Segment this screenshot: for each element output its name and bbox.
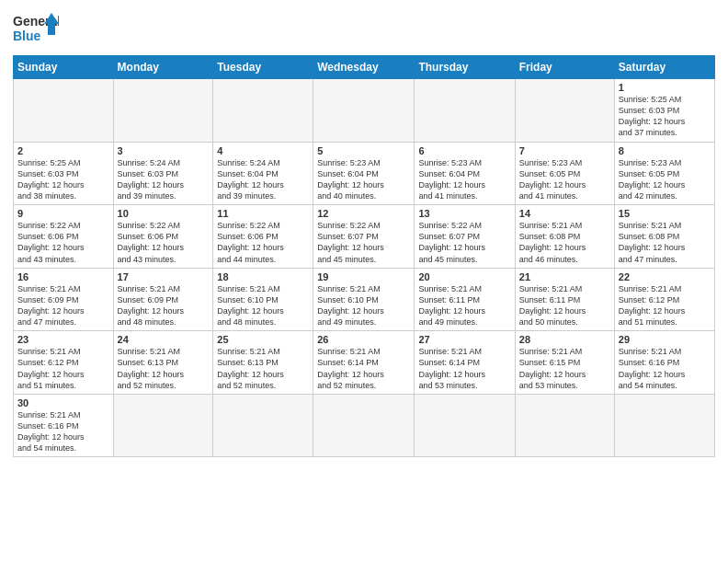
day-number: 25 bbox=[217, 334, 309, 345]
svg-text:Blue: Blue bbox=[13, 29, 41, 43]
weekday-header-sunday: Sunday bbox=[14, 56, 114, 79]
weekday-header-wednesday: Wednesday bbox=[313, 56, 415, 79]
day-info: Sunrise: 5:21 AM Sunset: 6:12 PM Dayligh… bbox=[619, 283, 711, 328]
day-info: Sunrise: 5:21 AM Sunset: 6:09 PM Dayligh… bbox=[118, 283, 210, 328]
day-info: Sunrise: 5:21 AM Sunset: 6:09 PM Dayligh… bbox=[17, 283, 109, 328]
day-cell: 11Sunrise: 5:22 AM Sunset: 6:06 PM Dayli… bbox=[213, 205, 313, 269]
day-cell: 27Sunrise: 5:21 AM Sunset: 6:14 PM Dayli… bbox=[415, 331, 515, 395]
day-cell bbox=[415, 79, 515, 143]
day-info: Sunrise: 5:23 AM Sunset: 6:05 PM Dayligh… bbox=[519, 157, 610, 202]
day-info: Sunrise: 5:21 AM Sunset: 6:14 PM Dayligh… bbox=[317, 346, 410, 391]
day-number: 4 bbox=[217, 145, 309, 156]
day-info: Sunrise: 5:21 AM Sunset: 6:16 PM Dayligh… bbox=[17, 409, 109, 454]
day-number: 29 bbox=[619, 334, 711, 345]
day-cell: 17Sunrise: 5:21 AM Sunset: 6:09 PM Dayli… bbox=[113, 268, 213, 331]
weekday-header-monday: Monday bbox=[113, 56, 213, 79]
day-cell: 18Sunrise: 5:21 AM Sunset: 6:10 PM Dayli… bbox=[213, 268, 313, 331]
day-cell: 15Sunrise: 5:21 AM Sunset: 6:08 PM Dayli… bbox=[614, 205, 714, 269]
day-info: Sunrise: 5:23 AM Sunset: 6:05 PM Dayligh… bbox=[619, 157, 711, 202]
week-row-6: 30Sunrise: 5:21 AM Sunset: 6:16 PM Dayli… bbox=[14, 394, 715, 457]
day-number: 10 bbox=[118, 208, 210, 219]
day-info: Sunrise: 5:21 AM Sunset: 6:11 PM Dayligh… bbox=[519, 283, 610, 328]
day-cell: 9Sunrise: 5:22 AM Sunset: 6:06 PM Daylig… bbox=[14, 205, 114, 269]
day-info: Sunrise: 5:21 AM Sunset: 6:13 PM Dayligh… bbox=[118, 346, 210, 391]
day-number: 1 bbox=[619, 82, 711, 93]
day-cell bbox=[515, 79, 614, 143]
day-number: 11 bbox=[217, 208, 309, 219]
day-cell: 19Sunrise: 5:21 AM Sunset: 6:10 PM Dayli… bbox=[313, 268, 415, 331]
day-info: Sunrise: 5:23 AM Sunset: 6:04 PM Dayligh… bbox=[317, 157, 410, 202]
day-cell: 12Sunrise: 5:22 AM Sunset: 6:07 PM Dayli… bbox=[313, 205, 415, 269]
day-cell: 14Sunrise: 5:21 AM Sunset: 6:08 PM Dayli… bbox=[515, 205, 614, 269]
day-info: Sunrise: 5:25 AM Sunset: 6:03 PM Dayligh… bbox=[17, 157, 109, 202]
day-info: Sunrise: 5:21 AM Sunset: 6:08 PM Dayligh… bbox=[519, 220, 610, 265]
day-info: Sunrise: 5:25 AM Sunset: 6:03 PM Dayligh… bbox=[619, 94, 711, 139]
week-row-1: 1Sunrise: 5:25 AM Sunset: 6:03 PM Daylig… bbox=[14, 79, 715, 143]
day-cell bbox=[313, 79, 415, 143]
day-cell: 25Sunrise: 5:21 AM Sunset: 6:13 PM Dayli… bbox=[213, 331, 313, 395]
day-cell: 20Sunrise: 5:21 AM Sunset: 6:11 PM Dayli… bbox=[415, 268, 515, 331]
day-number: 26 bbox=[317, 334, 410, 345]
day-cell: 3Sunrise: 5:24 AM Sunset: 6:03 PM Daylig… bbox=[113, 142, 213, 205]
weekday-header-friday: Friday bbox=[515, 56, 614, 79]
day-cell: 4Sunrise: 5:24 AM Sunset: 6:04 PM Daylig… bbox=[213, 142, 313, 205]
day-cell bbox=[515, 394, 614, 457]
day-number: 21 bbox=[519, 271, 610, 282]
day-number: 8 bbox=[619, 145, 711, 156]
day-cell: 21Sunrise: 5:21 AM Sunset: 6:11 PM Dayli… bbox=[515, 268, 614, 331]
day-number: 17 bbox=[118, 271, 210, 282]
day-info: Sunrise: 5:21 AM Sunset: 6:13 PM Dayligh… bbox=[217, 346, 309, 391]
day-info: Sunrise: 5:24 AM Sunset: 6:03 PM Dayligh… bbox=[118, 157, 210, 202]
day-number: 15 bbox=[619, 208, 711, 219]
day-cell: 10Sunrise: 5:22 AM Sunset: 6:06 PM Dayli… bbox=[113, 205, 213, 269]
day-info: Sunrise: 5:22 AM Sunset: 6:06 PM Dayligh… bbox=[17, 220, 109, 265]
calendar: SundayMondayTuesdayWednesdayThursdayFrid… bbox=[13, 55, 715, 457]
day-cell bbox=[14, 79, 114, 143]
day-cell: 16Sunrise: 5:21 AM Sunset: 6:09 PM Dayli… bbox=[14, 268, 114, 331]
day-info: Sunrise: 5:22 AM Sunset: 6:07 PM Dayligh… bbox=[418, 220, 510, 265]
day-info: Sunrise: 5:22 AM Sunset: 6:06 PM Dayligh… bbox=[217, 220, 309, 265]
day-cell: 23Sunrise: 5:21 AM Sunset: 6:12 PM Dayli… bbox=[14, 331, 114, 395]
day-number: 14 bbox=[519, 208, 610, 219]
day-number: 23 bbox=[17, 334, 109, 345]
day-number: 22 bbox=[619, 271, 711, 282]
day-cell: 8Sunrise: 5:23 AM Sunset: 6:05 PM Daylig… bbox=[614, 142, 714, 205]
weekday-header-tuesday: Tuesday bbox=[213, 56, 313, 79]
day-cell: 2Sunrise: 5:25 AM Sunset: 6:03 PM Daylig… bbox=[14, 142, 114, 205]
day-number: 5 bbox=[317, 145, 410, 156]
day-cell: 13Sunrise: 5:22 AM Sunset: 6:07 PM Dayli… bbox=[415, 205, 515, 269]
day-info: Sunrise: 5:21 AM Sunset: 6:15 PM Dayligh… bbox=[519, 346, 610, 391]
day-info: Sunrise: 5:24 AM Sunset: 6:04 PM Dayligh… bbox=[217, 157, 309, 202]
day-number: 20 bbox=[418, 271, 510, 282]
week-row-2: 2Sunrise: 5:25 AM Sunset: 6:03 PM Daylig… bbox=[14, 142, 715, 205]
day-number: 9 bbox=[17, 208, 109, 219]
day-number: 27 bbox=[418, 334, 510, 345]
day-cell: 1Sunrise: 5:25 AM Sunset: 6:03 PM Daylig… bbox=[614, 79, 714, 143]
day-number: 24 bbox=[118, 334, 210, 345]
day-info: Sunrise: 5:21 AM Sunset: 6:08 PM Dayligh… bbox=[619, 220, 711, 265]
day-number: 30 bbox=[17, 397, 109, 408]
day-cell bbox=[614, 394, 714, 457]
day-cell bbox=[213, 394, 313, 457]
day-cell: 22Sunrise: 5:21 AM Sunset: 6:12 PM Dayli… bbox=[614, 268, 714, 331]
day-number: 12 bbox=[317, 208, 410, 219]
logo: General Blue bbox=[13, 9, 59, 50]
day-cell: 30Sunrise: 5:21 AM Sunset: 6:16 PM Dayli… bbox=[14, 394, 114, 457]
day-cell: 5Sunrise: 5:23 AM Sunset: 6:04 PM Daylig… bbox=[313, 142, 415, 205]
day-number: 28 bbox=[519, 334, 610, 345]
day-info: Sunrise: 5:23 AM Sunset: 6:04 PM Dayligh… bbox=[418, 157, 510, 202]
day-cell: 29Sunrise: 5:21 AM Sunset: 6:16 PM Dayli… bbox=[614, 331, 714, 395]
day-info: Sunrise: 5:21 AM Sunset: 6:16 PM Dayligh… bbox=[619, 346, 711, 391]
day-cell bbox=[113, 394, 213, 457]
day-number: 2 bbox=[17, 145, 109, 156]
day-info: Sunrise: 5:21 AM Sunset: 6:12 PM Dayligh… bbox=[17, 346, 109, 391]
week-row-4: 16Sunrise: 5:21 AM Sunset: 6:09 PM Dayli… bbox=[14, 268, 715, 331]
week-row-5: 23Sunrise: 5:21 AM Sunset: 6:12 PM Dayli… bbox=[14, 331, 715, 395]
day-cell: 28Sunrise: 5:21 AM Sunset: 6:15 PM Dayli… bbox=[515, 331, 614, 395]
weekday-header-row: SundayMondayTuesdayWednesdayThursdayFrid… bbox=[14, 56, 715, 79]
day-number: 6 bbox=[418, 145, 510, 156]
day-info: Sunrise: 5:21 AM Sunset: 6:10 PM Dayligh… bbox=[317, 283, 410, 328]
day-cell: 26Sunrise: 5:21 AM Sunset: 6:14 PM Dayli… bbox=[313, 331, 415, 395]
day-number: 18 bbox=[217, 271, 309, 282]
header: General Blue bbox=[13, 9, 715, 50]
